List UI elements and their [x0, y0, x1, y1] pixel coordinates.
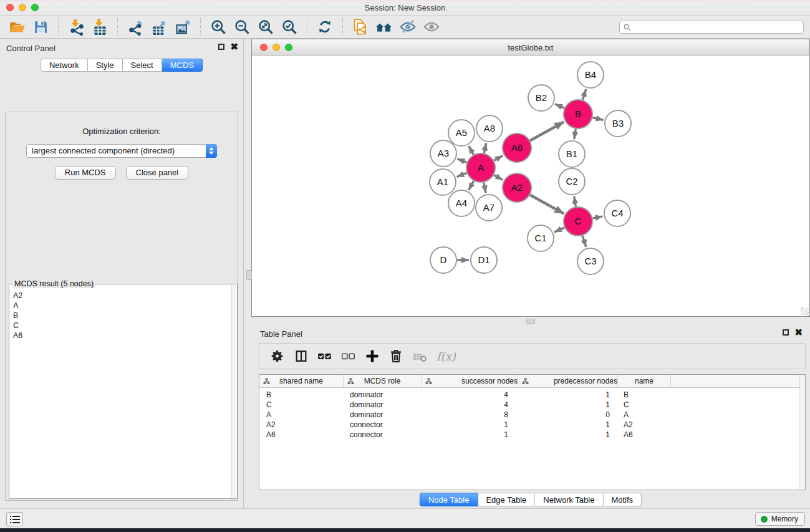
table-cell[interactable]: C — [618, 400, 671, 410]
list-item[interactable]: A6 — [13, 331, 228, 341]
list-scrollbar[interactable] — [231, 285, 236, 498]
table-cell[interactable]: 1 — [518, 400, 618, 410]
table-row[interactable]: A2connector11A2 — [259, 420, 799, 430]
table-cell[interactable]: 1 — [422, 430, 518, 440]
table-cell[interactable]: 1 — [518, 420, 618, 430]
float-panel-icon[interactable] — [218, 44, 224, 50]
function-builder-button[interactable]: f(x) — [436, 350, 456, 363]
graph-edge[interactable] — [494, 156, 503, 161]
show-all-button[interactable] — [422, 17, 441, 37]
zoom-in-button[interactable] — [208, 17, 228, 37]
table-cell[interactable]: A — [618, 410, 671, 420]
task-history-button[interactable] — [6, 512, 23, 526]
table-cell[interactable]: connector — [344, 430, 422, 440]
graph-edge[interactable] — [484, 143, 486, 153]
first-neighbors-button[interactable] — [374, 17, 394, 37]
export-image-button[interactable] — [173, 17, 193, 37]
import-table-button[interactable] — [90, 17, 110, 37]
graph-edge[interactable] — [555, 104, 564, 109]
table-row[interactable]: Cdominator41C — [259, 400, 799, 410]
table-scrollbar[interactable] — [799, 375, 805, 490]
tab-motifs[interactable]: Motifs — [603, 493, 642, 506]
tab-style[interactable]: Style — [88, 59, 123, 72]
export-network-button[interactable] — [125, 17, 145, 37]
tab-node-table[interactable]: Node Table — [420, 493, 478, 506]
tab-edge-table[interactable]: Edge Table — [478, 493, 535, 506]
hide-selected-button[interactable] — [398, 17, 418, 37]
column-header[interactable]: MCDS role — [344, 375, 422, 387]
vertical-splitter-handle[interactable] — [246, 270, 252, 280]
graph-edge[interactable] — [469, 146, 474, 155]
graph-edge[interactable] — [468, 181, 473, 190]
table-cell[interactable]: A6 — [259, 430, 344, 440]
list-item[interactable]: A2 — [13, 291, 228, 301]
search-input[interactable] — [635, 22, 801, 32]
resize-grip[interactable] — [801, 307, 809, 316]
close-table-panel-icon[interactable]: ✖ — [794, 329, 803, 336]
close-panel-icon[interactable]: ✖ — [230, 44, 238, 50]
table-cell[interactable]: 1 — [518, 430, 618, 440]
graph-edge[interactable] — [484, 183, 486, 193]
table-cell[interactable]: 0 — [518, 410, 618, 420]
column-header[interactable]: predecessor nodes — [518, 375, 618, 387]
import-network-button[interactable] — [66, 17, 86, 37]
table-cell[interactable]: 8 — [422, 410, 518, 420]
graph-edge[interactable] — [456, 173, 466, 177]
create-column-button[interactable] — [362, 346, 383, 367]
select-all-columns-button[interactable] — [314, 346, 335, 367]
zoom-fit-button[interactable] — [256, 17, 276, 37]
graph-edge[interactable] — [530, 195, 564, 214]
table-cell[interactable]: dominator — [344, 390, 422, 400]
table-row[interactable]: A6connector11A6 — [259, 430, 799, 440]
show-column-button[interactable] — [291, 346, 312, 367]
refresh-button[interactable] — [315, 17, 335, 37]
table-cell[interactable]: dominator — [344, 400, 422, 410]
table-settings-button[interactable] — [267, 346, 288, 367]
clone-network-button[interactable] — [350, 17, 370, 37]
close-panel-button[interactable]: Close panel — [126, 166, 189, 180]
graph-edge[interactable] — [592, 117, 603, 120]
network-graph[interactable]: AA1A2A3A4A5A6A7A8BB1B2B3B4CC1C2C3C4DD1 — [252, 56, 809, 316]
table-cell[interactable]: 1 — [422, 420, 518, 430]
graph-edge[interactable] — [530, 122, 564, 141]
zoom-selected-button[interactable] — [279, 17, 299, 37]
table-cell[interactable]: 4 — [422, 400, 518, 410]
delete-column-button[interactable] — [385, 346, 407, 367]
export-table-button[interactable] — [149, 17, 169, 37]
tab-select[interactable]: Select — [123, 59, 162, 72]
graph-edge[interactable] — [574, 196, 576, 207]
save-session-button[interactable] — [31, 17, 51, 37]
table-cell[interactable]: C — [259, 400, 344, 410]
table-row[interactable]: Bdominator41B — [259, 390, 799, 400]
table-cell[interactable]: dominator — [344, 410, 422, 420]
list-item[interactable]: B — [13, 311, 228, 321]
tab-network[interactable]: Network — [41, 59, 88, 72]
table-cell[interactable]: A6 — [618, 430, 671, 440]
tab-network-table[interactable]: Network Table — [535, 493, 603, 506]
open-file-button[interactable] — [7, 17, 27, 37]
network-window-titlebar[interactable]: testGlobe.txt — [252, 39, 809, 56]
table-cell[interactable]: 1 — [518, 390, 618, 400]
delete-table-button[interactable] — [409, 346, 430, 367]
zoom-out-button[interactable] — [232, 17, 252, 37]
graph-edge[interactable] — [554, 228, 564, 232]
tab-mcds[interactable]: MCDS — [162, 59, 203, 72]
table-cell[interactable]: A2 — [618, 420, 671, 430]
column-header[interactable]: successor nodes — [422, 375, 518, 387]
graph-edge[interactable] — [574, 129, 576, 140]
table-cell[interactable]: connector — [344, 420, 422, 430]
table-cell[interactable]: A — [259, 410, 344, 420]
search-field[interactable] — [619, 21, 804, 34]
table-row[interactable]: Adominator80A — [259, 410, 799, 420]
network-canvas[interactable]: AA1A2A3A4A5A6A7A8BB1B2B3B4CC1C2C3C4DD1 — [252, 56, 809, 316]
float-table-panel-icon[interactable] — [783, 329, 789, 336]
graph-edge[interactable] — [494, 175, 503, 180]
graph-edge[interactable] — [457, 159, 466, 163]
dropdown-stepper-icon[interactable] — [206, 144, 217, 158]
table-cell[interactable]: A2 — [259, 420, 344, 430]
table-cell[interactable]: B — [618, 390, 671, 400]
run-mcds-button[interactable]: Run MCDS — [55, 166, 116, 180]
optimization-criterion-dropdown[interactable]: largest connected component (directed) — [26, 144, 217, 158]
column-header[interactable]: name — [618, 375, 671, 387]
deselect-all-columns-button[interactable] — [338, 346, 359, 367]
